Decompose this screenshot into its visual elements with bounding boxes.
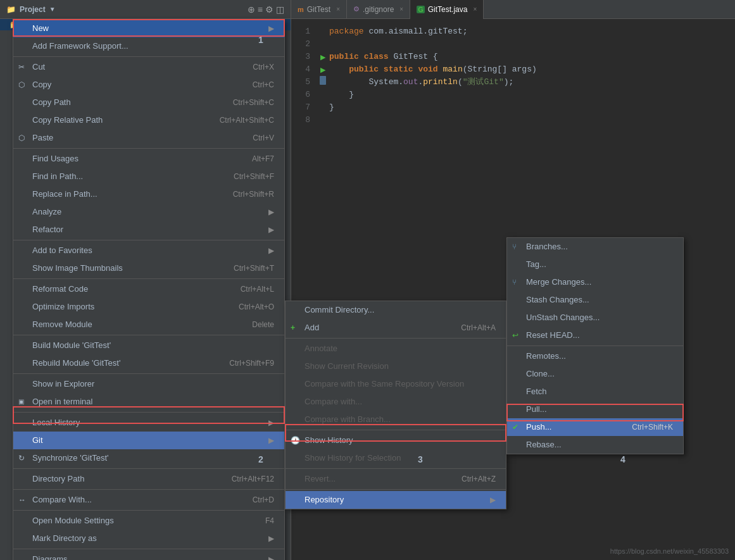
menu-item-git[interactable]: Git ▶ [13, 432, 284, 449]
menu-item-compare[interactable]: ↔ Compare With... Ctrl+D [13, 491, 284, 509]
menu-item-thumbnails[interactable]: Show Image Thumbnails Ctrl+Shift+T [13, 259, 284, 277]
menu-item-dir-path[interactable]: Directory Path Ctrl+Alt+F12 [13, 470, 284, 488]
repo-menu-branches[interactable]: ⑂ Branches... [507, 238, 683, 256]
menu-item-refactor[interactable]: Refactor ▶ [13, 221, 284, 239]
menu-item-replace-path[interactable]: Replace in Path... Ctrl+Shift+R [13, 185, 284, 203]
menu-item-remove-module[interactable]: Remove Module Delete [13, 316, 284, 333]
terminal-icon: ▣ [18, 395, 24, 409]
menu-item-find-usages[interactable]: Find Usages Alt+F7 [13, 150, 284, 168]
project-folder-icon: 📁 [6, 5, 16, 14]
context-menu-main: New ▶ Add Framework Support... ✂ Cut Ctr… [13, 19, 285, 560]
run-arrow-3[interactable]: ▶ [320, 51, 325, 63]
menu-item-local-history[interactable]: Local History ▶ [13, 414, 284, 432]
repo-menu-stash[interactable]: Stash Changes... [507, 291, 683, 309]
git-add-shortcut: Ctrl+Alt+A [461, 321, 496, 335]
sync-icon[interactable]: ⊕ [248, 4, 255, 15]
git-menu-show-history[interactable]: 🕐 Show History [286, 432, 506, 449]
line-num-4: 4 [291, 63, 317, 76]
repo-menu-tag[interactable]: Tag... [507, 256, 683, 273]
copy-shortcut: Ctrl+C [253, 78, 274, 92]
sep-10 [13, 510, 284, 511]
repo-menu-clone[interactable]: Clone... [507, 365, 683, 383]
git-menu-add[interactable]: + Add Ctrl+Alt+A [286, 319, 506, 337]
menu-item-open-terminal[interactable]: ▣ Open in terminal [13, 393, 284, 411]
run-arrow-4[interactable]: ▶ [320, 63, 325, 76]
repo-menu-fetch[interactable]: Fetch [507, 383, 683, 401]
tab-gitignore-icon: ⚙ [353, 5, 360, 13]
menu-label-find-usages: Find Usages [32, 152, 239, 166]
repo-menu-rebase[interactable]: Rebase... [507, 436, 683, 454]
git-label-commit-dir: Commit Directory... [305, 303, 496, 317]
menu-item-find-path[interactable]: Find in Path... Ctrl+Shift+F [13, 168, 284, 185]
reset-icon: ↩ [512, 328, 518, 342]
git-menu-repository[interactable]: Repository ▶ [286, 491, 506, 509]
menu-item-copy-path[interactable]: Copy Path Ctrl+Shift+C [13, 94, 284, 111]
mark-directory-arrow: ▶ [268, 532, 274, 545]
gutter-4: ▶ [317, 63, 329, 76]
menu-item-mark-directory[interactable]: Mark Directory as ▶ [13, 530, 284, 547]
menu-item-build[interactable]: Build Module 'GitTest' [13, 337, 284, 354]
sync-icon: ↻ [18, 451, 25, 465]
menu-item-cut[interactable]: ✂ Cut Ctrl+X [13, 58, 284, 76]
menu-item-paste[interactable]: ⬡ Paste Ctrl+V [13, 129, 284, 147]
menu-label-find-path: Find in Path... [32, 170, 221, 184]
repo-label-stash: Stash Changes... [526, 293, 673, 307]
git-menu-commit-dir[interactable]: Commit Directory... [286, 301, 506, 319]
line-num-5: 5 [291, 76, 317, 89]
code-5: System.out.println("测试Git"); [329, 76, 513, 89]
line-num-2: 2 [291, 38, 317, 51]
sep-9 [13, 489, 284, 490]
tab-gitignore[interactable]: ⚙ .gitignore × [347, 0, 410, 19]
project-title: Project [20, 5, 46, 14]
find-path-shortcut: Ctrl+Shift+F [234, 170, 274, 184]
tab-gittest-java[interactable]: G GitTest.java × [410, 0, 484, 19]
sort-icon[interactable]: ≡ [258, 4, 263, 15]
menu-item-copy[interactable]: ⬡ Copy Ctrl+C [13, 76, 284, 94]
menu-label-new: New [32, 22, 268, 35]
git-menu-show-rev: Show Current Revision [286, 358, 506, 375]
code-line-6: 6 } [291, 89, 735, 101]
menu-item-reformat[interactable]: Reformat Code Ctrl+Alt+L [13, 280, 284, 298]
menu-item-diagrams[interactable]: Diagrams ▶ [13, 551, 284, 560]
menu-item-new[interactable]: New ▶ [13, 20, 284, 37]
repo-menu-pull[interactable]: Pull... [507, 401, 683, 418]
tab-mgitest-close[interactable]: × [336, 6, 340, 13]
push-icon: ✔ [512, 420, 518, 434]
menu-item-optimize[interactable]: Optimize Imports Ctrl+Alt+O [13, 298, 284, 316]
collapse-icon[interactable]: ◫ [276, 4, 284, 15]
menu-label-copy-relative: Copy Relative Path [32, 113, 207, 127]
line-num-1: 1 [291, 25, 317, 38]
menu-item-copy-relative[interactable]: Copy Relative Path Ctrl+Alt+Shift+C [13, 111, 284, 129]
menu-item-add-framework[interactable]: Add Framework Support... [13, 37, 284, 55]
menu-label-add-framework: Add Framework Support... [32, 39, 274, 53]
repo-menu-unstash[interactable]: UnStash Changes... [507, 309, 683, 327]
tab-gitignore-label: .gitignore [363, 5, 394, 14]
menu-item-show-explorer[interactable]: Show in Explorer [13, 375, 284, 393]
git-label-add: Add [305, 321, 448, 335]
menu-item-open-module[interactable]: Open Module Settings F4 [13, 512, 284, 530]
tab-gitignore-close[interactable]: × [399, 6, 403, 13]
add-icon: + [291, 321, 295, 335]
line-num-8: 8 [291, 114, 317, 127]
menu-item-rebuild[interactable]: Rebuild Module 'GitTest' Ctrl+Shift+F9 [13, 354, 284, 372]
repo-menu-reset[interactable]: ↩ Reset HEAD... [507, 327, 683, 344]
repo-menu-push[interactable]: ✔ Push... Ctrl+Shift+K [507, 418, 683, 436]
tab-mgitest[interactable]: m GitTest × [291, 0, 347, 19]
code-line-5: 5 System.out.println("测试Git"); [291, 76, 735, 89]
menu-label-add-favorites: Add to Favorites [32, 244, 268, 258]
menu-item-sync[interactable]: ↻ Synchronize 'GitTest' [13, 449, 284, 467]
menu-item-analyze[interactable]: Analyze ▶ [13, 203, 284, 221]
code-8 [329, 114, 334, 127]
paste-icon: ⬡ [18, 131, 25, 145]
copy-relative-shortcut: Ctrl+Alt+Shift+C [220, 113, 274, 127]
menu-label-thumbnails: Show Image Thumbnails [32, 261, 221, 275]
git-label-compare-with: Compare with... [305, 395, 496, 409]
repo-menu-remotes[interactable]: Remotes... [507, 347, 683, 365]
dropdown-icon[interactable]: ▼ [49, 6, 56, 13]
tab-java-close[interactable]: × [473, 6, 477, 13]
paste-shortcut: Ctrl+V [253, 131, 274, 145]
repo-menu-merge[interactable]: ⑂ Merge Changes... [507, 273, 683, 291]
repo-label-unstash: UnStash Changes... [526, 311, 673, 325]
menu-item-add-favorites[interactable]: Add to Favorites ▶ [13, 242, 284, 259]
settings-icon[interactable]: ⚙ [265, 4, 273, 15]
